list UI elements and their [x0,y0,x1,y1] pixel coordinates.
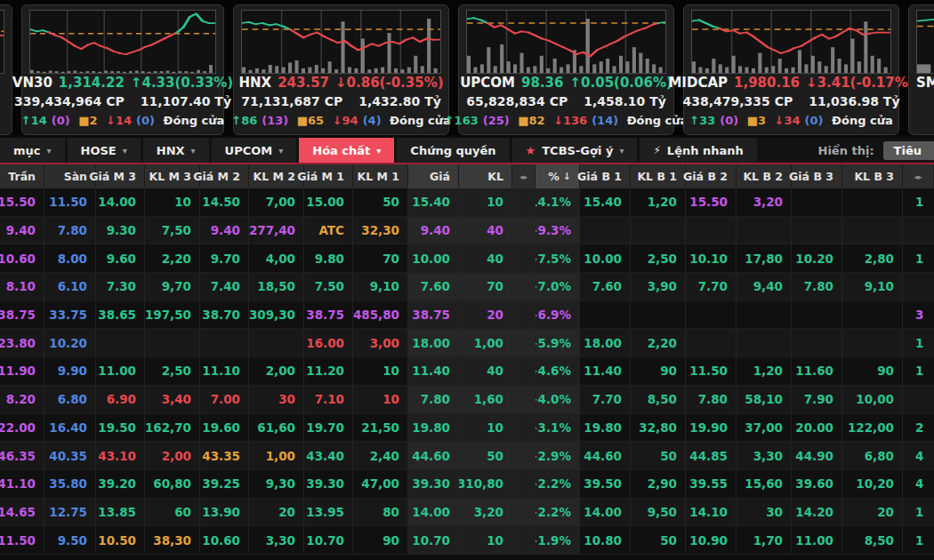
cell[interactable]: 1 [903,329,934,357]
cell[interactable]: 2,90 [631,470,686,499]
cell[interactable]: 60 [145,499,200,527]
cell[interactable]: 7,50 [145,217,200,245]
cell[interactable] [842,217,903,245]
cell[interactable]: 18.00 [580,329,631,357]
cell[interactable]: 3,30 [737,442,792,470]
cell[interactable]: 43.10 [96,442,145,470]
cell[interactable]: 6,80 [842,442,903,470]
cell[interactable]: 58,10 [737,386,792,414]
cell[interactable]: 18,50 [249,273,304,301]
index-panel-upcom[interactable]: UPCOM98.36↑0.05(0.06%)65,828,834 CP1,458… [458,4,674,135]
cell[interactable]: 14.50 [200,188,249,217]
cell[interactable] [580,301,631,330]
table-row[interactable]: 38.7533.7538.65197,5038.70309,3038.75485… [0,301,934,330]
cell[interactable]: 20.00 [792,414,842,443]
column-header-%[interactable]: %↓ [535,164,580,188]
cell[interactable]: 122,00 [842,414,903,443]
table-row[interactable]: 14.6512.7513.856013.902013.958014.003,20… [0,499,934,527]
cell[interactable]: 44.60 [408,442,459,470]
cell[interactable]: ATC [304,217,353,245]
cell[interactable]: 21,50 [353,414,408,443]
cell[interactable]: 11.50 [44,188,96,217]
cell[interactable] [686,217,737,245]
cell[interactable]: 30 [737,499,792,527]
cell[interactable]: +4.0% [535,386,580,414]
cell[interactable]: 9,10 [842,273,903,301]
cell[interactable]: 39.55 [686,470,737,499]
cell[interactable] [145,329,200,357]
table-row[interactable]: 22.0016.4019.50162,7019.6061,6019.7021,5… [0,414,934,443]
cell[interactable]: 39.30 [408,470,459,499]
cell[interactable]: 1,20 [737,357,792,386]
cell[interactable]: 3,40 [145,386,200,414]
index-panel-sm[interactable]: SM.↑ [908,4,934,135]
cell[interactable]: 1 [903,357,934,386]
cell[interactable]: 7.80 [44,217,96,245]
cell[interactable]: 19.70 [304,414,353,443]
cell[interactable]: 32,30 [353,217,408,245]
cell[interactable]: 10.50 [96,526,145,555]
cell[interactable]: 9.50 [44,526,96,555]
cell[interactable]: 7.90 [792,386,842,414]
cell[interactable]: 15,60 [737,470,792,499]
cell[interactable]: 4,00 [249,244,304,273]
index-panel-vn30[interactable]: VN301,314.22↑4.33(0.33%)339,434,964 CP11… [21,4,224,135]
cell[interactable]: 41.10 [0,470,44,499]
cell[interactable] [842,301,903,330]
cell[interactable]: 19.90 [686,414,737,443]
cell[interactable]: 10.20 [792,244,842,273]
cell[interactable]: 19.80 [408,414,459,443]
column-header-gi-b-1[interactable]: Giá B 1 [580,164,631,188]
cell[interactable] [96,329,145,357]
cell[interactable]: 46.35 [0,442,44,470]
cell[interactable] [737,329,792,357]
cell[interactable]: +2.9% [535,442,580,470]
cell[interactable]: 3,20 [459,499,512,527]
cell[interactable]: 7.30 [96,273,145,301]
cell[interactable]: 9.60 [96,244,145,273]
cell[interactable]: 43.40 [304,442,353,470]
cell[interactable]: 20 [842,499,903,527]
cell[interactable]: 9.40 [200,217,249,245]
cell[interactable] [792,217,842,245]
cell[interactable]: 7.60 [580,273,631,301]
column-header-kl-b-3[interactable]: KL B 3 [842,164,903,188]
cell[interactable]: 40 [459,357,512,386]
cell[interactable] [631,301,686,330]
cell[interactable]: 13.95 [304,499,353,527]
cell[interactable]: 50 [631,442,686,470]
cell[interactable]: 70 [353,244,408,273]
cell[interactable]: +4.6% [535,357,580,386]
cell[interactable]: 14.00 [96,188,145,217]
cell[interactable]: 9,30 [249,470,304,499]
cell[interactable]: 8.00 [44,244,96,273]
cell[interactable]: 6.90 [96,386,145,414]
cell[interactable]: 277,40 [249,217,304,245]
tab-l-nh-nhanh[interactable]: ⚡Lệnh nhanh [640,138,756,163]
cell[interactable]: 61,60 [249,414,304,443]
cell[interactable] [686,329,737,357]
cell[interactable]: 39.20 [96,470,145,499]
cell[interactable] [631,217,686,245]
cell[interactable] [512,526,535,555]
cell[interactable]: 7.80 [792,273,842,301]
index-panel-midcap[interactable]: MIDCAP1,980.16↓3.41(-0.17%)438,479,335 C… [683,4,899,135]
cell[interactable]: 39.50 [580,470,631,499]
cell[interactable]: 12.75 [44,499,96,527]
cell[interactable]: 162,70 [145,414,200,443]
cell[interactable]: 9,10 [353,273,408,301]
cell[interactable]: 19.50 [96,414,145,443]
cell[interactable]: 3 [903,301,934,330]
cell[interactable]: 1,00 [459,329,512,357]
cell[interactable]: 2,40 [353,442,408,470]
cell[interactable]: +2.2% [535,470,580,499]
cell[interactable]: 8.20 [0,386,44,414]
cell[interactable] [842,188,903,217]
cell[interactable]: 90 [631,357,686,386]
cell[interactable]: 15.00 [304,188,353,217]
cell[interactable]: 90 [842,357,903,386]
cell[interactable]: +7.0% [535,273,580,301]
cell[interactable]: +7.5% [535,244,580,273]
cell[interactable] [792,301,842,330]
cell[interactable]: 8,50 [842,526,903,555]
